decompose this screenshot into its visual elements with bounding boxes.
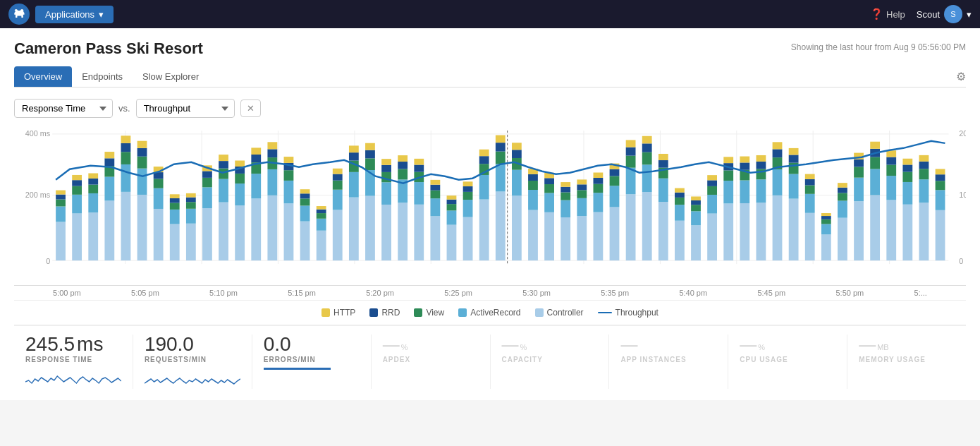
svg-rect-163 bbox=[512, 150, 522, 158]
svg-rect-23 bbox=[56, 195, 66, 200]
svg-text:0 rpm: 0 rpm bbox=[959, 257, 966, 265]
page-header: Cameron Pass Ski Resort Showing the last… bbox=[14, 40, 966, 58]
showing-label: Showing the last hour from Aug 9 05:56:0… bbox=[791, 42, 966, 52]
svg-rect-150 bbox=[479, 200, 489, 261]
stat-errors-min: 0.0 ERRORS/MIN bbox=[252, 334, 372, 389]
app-logo[interactable] bbox=[8, 4, 30, 25]
response-time-sparkline bbox=[25, 368, 121, 389]
clear-button[interactable]: ✕ bbox=[240, 100, 261, 117]
metric1-select[interactable]: Response Time Throughput Error Rate bbox=[14, 99, 113, 118]
svg-rect-181 bbox=[577, 198, 587, 216]
stat-app-instances: — APP INSTANCES bbox=[609, 334, 728, 389]
svg-rect-188 bbox=[593, 178, 603, 184]
tab-slow-explorer[interactable]: Slow Explorer bbox=[133, 66, 209, 87]
tab-overview[interactable]: Overview bbox=[14, 66, 72, 87]
svg-rect-110 bbox=[349, 198, 359, 261]
svg-rect-138 bbox=[430, 185, 440, 191]
svg-rect-176 bbox=[561, 200, 570, 217]
svg-rect-172 bbox=[544, 184, 554, 193]
svg-rect-262 bbox=[838, 193, 847, 200]
time-label-1: 5:05 pm bbox=[131, 289, 159, 297]
svg-rect-288 bbox=[919, 162, 929, 169]
svg-rect-199 bbox=[626, 140, 636, 147]
svg-rect-230 bbox=[740, 203, 749, 260]
user-menu[interactable]: Scout S ▾ bbox=[917, 5, 972, 23]
svg-rect-32 bbox=[88, 185, 98, 193]
svg-rect-175 bbox=[561, 217, 570, 260]
svg-rect-63 bbox=[186, 198, 196, 203]
svg-rect-83 bbox=[251, 155, 261, 162]
svg-rect-206 bbox=[659, 179, 668, 202]
svg-rect-31 bbox=[88, 193, 98, 212]
svg-rect-240 bbox=[773, 195, 783, 260]
svg-rect-85 bbox=[267, 195, 277, 260]
svg-rect-149 bbox=[463, 181, 473, 186]
svg-rect-233 bbox=[740, 162, 749, 169]
svg-rect-271 bbox=[870, 169, 880, 195]
svg-rect-193 bbox=[610, 169, 620, 176]
svg-rect-279 bbox=[886, 150, 896, 157]
tabs-bar: Overview Endpoints Slow Explorer ⚙ bbox=[14, 66, 966, 88]
svg-rect-24 bbox=[56, 191, 66, 195]
svg-rect-190 bbox=[610, 207, 620, 260]
svg-rect-212 bbox=[675, 198, 685, 205]
svg-rect-98 bbox=[300, 193, 310, 198]
throughput-label: Throughput bbox=[615, 308, 659, 318]
capacity-value: — bbox=[502, 334, 519, 354]
app-instances-label: APP INSTANCES bbox=[620, 356, 716, 363]
svg-rect-139 bbox=[430, 180, 440, 185]
response-time-unit: ms bbox=[77, 334, 103, 354]
svg-rect-27 bbox=[72, 186, 82, 195]
controller-color bbox=[535, 308, 544, 317]
svg-rect-243 bbox=[773, 149, 783, 157]
time-label-9: 5:45 pm bbox=[757, 289, 785, 297]
svg-rect-92 bbox=[284, 170, 294, 181]
svg-rect-250 bbox=[805, 213, 815, 260]
svg-rect-79 bbox=[235, 161, 245, 167]
requests-min-label: REQUESTS/MIN bbox=[145, 356, 240, 363]
svg-rect-268 bbox=[854, 159, 864, 167]
svg-rect-270 bbox=[870, 195, 880, 261]
svg-rect-287 bbox=[919, 169, 929, 179]
view-label: View bbox=[426, 308, 444, 318]
svg-rect-239 bbox=[757, 155, 766, 162]
svg-rect-259 bbox=[821, 213, 831, 216]
svg-rect-43 bbox=[121, 143, 131, 152]
applications-button[interactable]: Applications ▾ bbox=[35, 6, 114, 23]
svg-rect-276 bbox=[886, 176, 896, 200]
svg-text:200 rpm: 200 rpm bbox=[959, 129, 966, 138]
svg-rect-180 bbox=[577, 216, 587, 260]
svg-rect-28 bbox=[72, 180, 82, 186]
svg-rect-258 bbox=[821, 216, 831, 219]
svg-rect-294 bbox=[936, 169, 945, 174]
svg-rect-109 bbox=[333, 169, 343, 174]
svg-rect-147 bbox=[463, 192, 473, 200]
svg-rect-74 bbox=[219, 155, 228, 161]
svg-rect-70 bbox=[219, 203, 228, 261]
svg-rect-130 bbox=[414, 205, 424, 260]
svg-rect-214 bbox=[675, 188, 685, 193]
tab-endpoints[interactable]: Endpoints bbox=[72, 66, 133, 87]
svg-rect-86 bbox=[267, 169, 277, 195]
svg-rect-133 bbox=[414, 165, 424, 172]
view-color bbox=[414, 308, 422, 317]
time-label-4: 5:20 pm bbox=[366, 289, 394, 297]
svg-rect-241 bbox=[773, 169, 783, 195]
svg-rect-184 bbox=[577, 179, 587, 184]
metric2-select[interactable]: Throughput Response Time Error Rate bbox=[136, 99, 235, 118]
svg-rect-189 bbox=[593, 173, 603, 178]
memory-usage-unit: MB bbox=[877, 343, 889, 351]
svg-rect-164 bbox=[512, 143, 522, 150]
help-button[interactable]: ❓ Help bbox=[870, 8, 905, 20]
time-label-6: 5:30 pm bbox=[522, 289, 551, 297]
svg-rect-67 bbox=[202, 178, 212, 187]
svg-rect-44 bbox=[121, 135, 131, 143]
settings-icon[interactable]: ⚙ bbox=[956, 70, 966, 83]
svg-rect-45 bbox=[137, 195, 147, 260]
apdex-value: — bbox=[383, 334, 400, 354]
svg-rect-204 bbox=[642, 136, 652, 144]
svg-rect-222 bbox=[707, 186, 717, 195]
svg-rect-167 bbox=[528, 181, 538, 190]
svg-rect-196 bbox=[626, 168, 636, 195]
svg-rect-192 bbox=[610, 176, 620, 186]
